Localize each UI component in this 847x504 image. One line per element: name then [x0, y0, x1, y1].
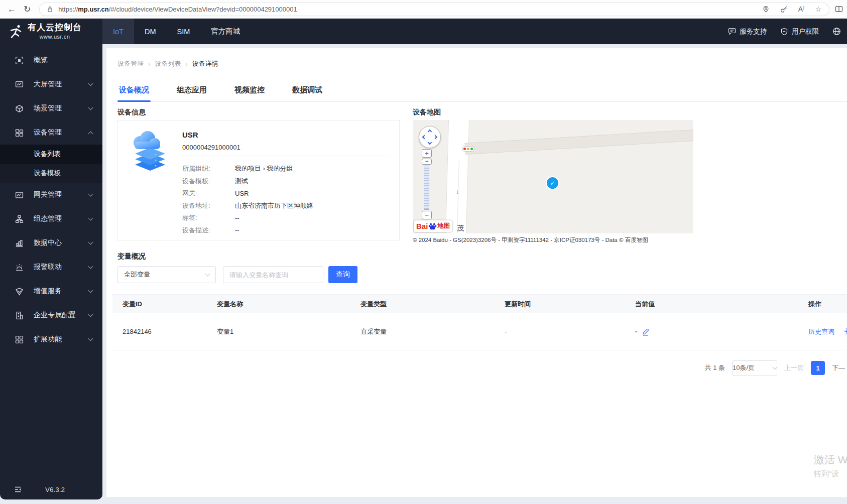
page-size-select[interactable]: 10条/页 [732, 360, 777, 375]
breadcrumb-separator-icon: › [185, 60, 187, 68]
sidebar-item-label: 报警联动 [34, 263, 62, 272]
breadcrumb-device-management[interactable]: 设备管理 [117, 59, 144, 68]
sidebar-item-enterprise[interactable]: 企业专属配置 [0, 303, 102, 327]
page-size-value: 10条/页 [733, 363, 755, 372]
zoom-in-button[interactable]: + [422, 149, 432, 158]
next-page-button[interactable]: 下— [832, 363, 845, 372]
cell-current-value: - [635, 328, 808, 336]
sidebar-item-extension[interactable]: 扩展功能 [0, 327, 102, 351]
zoom-out-button[interactable]: − [422, 211, 432, 219]
password-key-icon[interactable] [780, 6, 788, 13]
version-label: V6.3.2 [45, 486, 65, 493]
field-organization: 所属组织: 我的项目 › 我的分组 [182, 163, 393, 175]
history-query-link[interactable]: 历史查询 [808, 327, 834, 336]
query-button[interactable]: 查询 [328, 266, 357, 283]
brand-logo[interactable]: 有人云控制台 www.usr.cn [0, 19, 102, 44]
sidebar-item-overview[interactable]: 概览 [0, 48, 102, 72]
sidebar-item-label: 组态管理 [34, 214, 62, 223]
edit-pencil-icon[interactable] [642, 328, 650, 336]
current-value-text: - [635, 328, 637, 335]
breadcrumb-device-detail: 设备详情 [192, 59, 218, 68]
breadcrumb-device-list[interactable]: 设备列表 [155, 59, 181, 68]
tab-video-monitor[interactable]: 视频监控 [233, 77, 266, 101]
tab-data-debug[interactable]: 数据调试 [291, 77, 324, 101]
shield-icon [780, 28, 788, 36]
building-icon [15, 311, 24, 320]
sidebar-item-device-list[interactable]: 设备列表 [0, 145, 102, 164]
page-1-button[interactable]: 1 [811, 361, 825, 375]
field-label: 标签: [182, 213, 235, 222]
chevron-down-icon [773, 365, 778, 370]
column-variable-name: 变量名称 [217, 300, 360, 309]
url-text: https://mp.usr.cn/#/cloud/device/ViewDev… [58, 6, 297, 13]
sidebar-item-scada[interactable]: 组态管理 [0, 207, 102, 231]
field-label: 所属组织: [182, 164, 235, 173]
globe-icon[interactable] [832, 27, 841, 36]
chevron-down-icon [88, 191, 93, 196]
variables-filter: 全部变量 查询 [117, 266, 847, 283]
service-support[interactable]: 服务支持 [728, 27, 767, 36]
device-info-title: 设备信息 [117, 108, 400, 116]
sidebar-item-datacenter[interactable]: 数据中心 [0, 231, 102, 255]
zoom-slider-track[interactable] [424, 166, 429, 210]
sidebar-item-device-template[interactable]: 设备模板 [0, 164, 102, 183]
cube-icon [15, 104, 24, 113]
collapse-sidebar-button[interactable] [14, 485, 22, 493]
sidebar-item-scene[interactable]: 场景管理 [0, 96, 102, 120]
pan-left-icon[interactable] [422, 135, 426, 139]
map-canvas[interactable]: + − − ↓ ✓ Bai [413, 120, 693, 233]
map-road-label: 茂 [457, 224, 464, 233]
refresh-button[interactable]: ↻ [24, 5, 31, 14]
nav-menu: IoT DM SIM 官方商城 [102, 19, 251, 44]
sidebar-item-vas[interactable]: 增值服务 [0, 279, 102, 303]
nav-item-mall[interactable]: 官方商城 [200, 19, 251, 44]
pan-right-icon[interactable] [433, 135, 437, 139]
zoom-slider-handle[interactable]: − [422, 159, 432, 165]
road-direction-arrow-icon: ↓ [456, 187, 459, 195]
pan-down-icon[interactable] [428, 141, 432, 145]
location-icon[interactable] [762, 6, 770, 13]
sidebar-item-gateway[interactable]: 网关管理 [0, 183, 102, 207]
favorite-star-icon[interactable]: ☆ [815, 6, 821, 13]
breadcrumb: 设备管理 › 设备列表 › 设备详情 [117, 48, 847, 68]
column-variable-type: 变量类型 [360, 300, 505, 309]
cell-variable-name: 变量1 [217, 327, 360, 336]
read-aloud-icon[interactable]: A⁾ [798, 6, 805, 13]
user-permission[interactable]: 用户权限 [780, 27, 819, 36]
map-pan-control[interactable] [419, 126, 441, 148]
total-count: 共 1 条 [705, 363, 725, 372]
url-bar[interactable]: https://mp.usr.cn/#/cloud/device/ViewDev… [39, 3, 829, 16]
pan-up-icon[interactable] [428, 130, 432, 134]
chevron-down-icon [88, 288, 93, 293]
back-button[interactable]: ← [8, 5, 16, 14]
alarm-icon [15, 263, 24, 272]
device-name: USR [182, 131, 198, 139]
cell-variable-type: 直采变量 [360, 327, 505, 336]
device-id: 0000004291000001 [182, 144, 240, 151]
chat-icon [728, 28, 736, 36]
device-location-marker[interactable]: ✓ [547, 177, 558, 189]
split-screen-icon[interactable] [835, 5, 843, 13]
sidebar-item-label: 网关管理 [34, 190, 62, 199]
tab-scada-app[interactable]: 组态应用 [175, 77, 208, 101]
sidebar-item-device[interactable]: 设备管理 [0, 120, 102, 145]
map-attribution: © 2024 Baidu - GS(2023)3206号 - 甲测资字11111… [413, 236, 693, 244]
variable-search-input[interactable] [223, 266, 323, 283]
clipped-action-link[interactable]: 主 [843, 327, 847, 336]
baidu-maps-logo[interactable]: Bai 地图 [414, 220, 452, 232]
sidebar-item-bigscreen[interactable]: 大屏管理 [0, 72, 102, 96]
chevron-down-icon [88, 336, 93, 341]
chevron-up-icon [88, 132, 93, 137]
prev-page-button[interactable]: 上一页 [784, 363, 804, 372]
cell-update-time: - [505, 328, 635, 335]
main-content: 设备管理 › 设备列表 › 设备详情 设备概况 组态应用 视频监控 数据调试 设… [106, 48, 847, 497]
sidebar-item-label: 场景管理 [34, 104, 62, 113]
variable-type-select[interactable]: 全部变量 [117, 266, 216, 283]
field-description: 设备描述: -- [182, 224, 393, 237]
nav-item-iot[interactable]: IoT [102, 19, 134, 44]
nav-item-dm[interactable]: DM [134, 19, 167, 44]
tab-device-overview[interactable]: 设备概况 [117, 77, 151, 101]
sidebar-item-alarm[interactable]: 报警联动 [0, 255, 102, 279]
traffic-light-icon [462, 146, 474, 152]
nav-item-sim[interactable]: SIM [167, 19, 201, 44]
